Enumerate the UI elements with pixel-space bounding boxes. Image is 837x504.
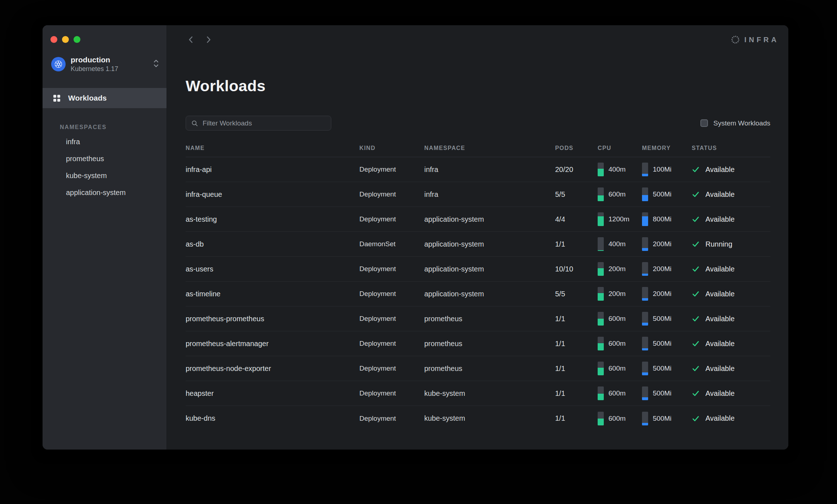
- cell-cpu: 600m: [598, 386, 642, 400]
- minimize-button[interactable]: [62, 36, 69, 43]
- cell-name: as-testing: [186, 215, 359, 224]
- cell-namespace: kube-system: [424, 414, 555, 423]
- cell-namespace: kube-system: [424, 389, 555, 398]
- cpu-gauge-icon: [598, 386, 604, 400]
- cluster-name: production: [71, 55, 150, 64]
- desktop-background: production Kubernetes 1.17 Workloads NAM…: [0, 0, 837, 504]
- cell-status: Available: [692, 340, 770, 348]
- cpu-gauge-icon: [598, 412, 604, 425]
- cell-namespace: application-system: [424, 240, 555, 248]
- cell-pods: 20/20: [555, 165, 598, 174]
- zoom-button[interactable]: [74, 36, 80, 43]
- sidebar: production Kubernetes 1.17 Workloads NAM…: [43, 25, 167, 450]
- cpu-gauge-icon: [598, 287, 604, 301]
- brand-text: INFRA: [744, 36, 779, 44]
- column-header-kind: KIND: [359, 145, 424, 151]
- table-row[interactable]: prometheus-node-exporter Deployment prom…: [186, 356, 770, 381]
- main-content: INFRA Workloads System Workloads: [167, 25, 788, 450]
- cell-cpu: 600m: [598, 187, 642, 201]
- table-row[interactable]: kube-dns Deployment kube-system 1/1 600m…: [186, 406, 770, 431]
- cell-namespace: prometheus: [424, 315, 555, 323]
- table-row[interactable]: as-users Deployment application-system 1…: [186, 257, 770, 282]
- sidebar-item-namespace-infra[interactable]: infra: [43, 133, 167, 150]
- cell-status: Available: [692, 215, 770, 224]
- cell-name: prometheus-alertmanager: [186, 340, 359, 348]
- table-row[interactable]: prometheus-prometheus Deployment prometh…: [186, 306, 770, 331]
- memory-gauge-icon: [642, 187, 648, 201]
- cell-kind: Deployment: [359, 265, 424, 273]
- cluster-version: Kubernetes 1.17: [71, 65, 150, 73]
- system-workloads-checkbox[interactable]: [700, 119, 708, 127]
- sidebar-item-namespace-kube-system[interactable]: kube-system: [43, 167, 167, 184]
- check-icon: [692, 364, 700, 372]
- memory-gauge-icon: [642, 287, 648, 301]
- cell-memory: 500Mi: [642, 312, 692, 326]
- cell-status: Available: [692, 364, 770, 373]
- cell-kind: Deployment: [359, 165, 424, 173]
- cell-name: as-users: [186, 265, 359, 273]
- cell-pods: 1/1: [555, 364, 598, 373]
- cpu-gauge-icon: [598, 312, 604, 326]
- cpu-gauge-icon: [598, 262, 604, 276]
- cell-kind: Deployment: [359, 190, 424, 198]
- column-header-cpu: CPU: [598, 145, 642, 151]
- cell-memory: 200Mi: [642, 287, 692, 301]
- table-row[interactable]: heapster Deployment kube-system 1/1 600m…: [186, 381, 770, 406]
- cell-cpu: 600m: [598, 337, 642, 350]
- cell-status: Available: [692, 315, 770, 323]
- table-row[interactable]: as-timeline Deployment application-syste…: [186, 282, 770, 306]
- cell-namespace: application-system: [424, 215, 555, 224]
- cell-name: prometheus-prometheus: [186, 315, 359, 323]
- cell-name: infra-api: [186, 165, 359, 174]
- close-button[interactable]: [50, 36, 57, 43]
- table-row[interactable]: infra-queue Deployment infra 5/5 600m 50…: [186, 182, 770, 207]
- cluster-meta: production Kubernetes 1.17: [71, 55, 150, 73]
- filter-workloads-input[interactable]: [203, 119, 326, 127]
- column-header-memory: MEMORY: [642, 145, 692, 151]
- cell-namespace: infra: [424, 190, 555, 199]
- memory-gauge-icon: [642, 337, 648, 350]
- cell-cpu: 600m: [598, 312, 642, 326]
- table-row[interactable]: as-testing Deployment application-system…: [186, 207, 770, 232]
- cell-memory: 500Mi: [642, 187, 692, 201]
- check-icon: [692, 340, 700, 348]
- forward-button[interactable]: [203, 34, 214, 45]
- sidebar-item-namespace-application-system[interactable]: application-system: [43, 184, 167, 201]
- cell-kind: Deployment: [359, 364, 424, 372]
- cell-cpu: 200m: [598, 287, 642, 301]
- table-row[interactable]: prometheus-alertmanager Deployment prome…: [186, 331, 770, 356]
- window-controls: [43, 25, 167, 43]
- back-button[interactable]: [186, 34, 196, 45]
- cell-name: infra-queue: [186, 190, 359, 199]
- cell-memory: 800Mi: [642, 212, 692, 226]
- table-header: NAME KIND NAMESPACE PODS CPU MEMORY STAT…: [186, 145, 770, 157]
- cluster-selector[interactable]: production Kubernetes 1.17: [51, 55, 159, 73]
- table-row[interactable]: as-db DaemonSet application-system 1/1 4…: [186, 232, 770, 257]
- cell-status: Running: [692, 240, 770, 248]
- namespaces-list: infra prometheus kube-system application…: [43, 133, 167, 201]
- cell-name: prometheus-node-exporter: [186, 364, 359, 373]
- cell-name: heapster: [186, 389, 359, 398]
- memory-gauge-icon: [642, 412, 648, 425]
- cpu-gauge-icon: [598, 163, 604, 176]
- memory-gauge-icon: [642, 262, 648, 276]
- cell-pods: 1/1: [555, 389, 598, 398]
- cell-memory: 500Mi: [642, 337, 692, 350]
- memory-gauge-icon: [642, 312, 648, 326]
- column-header-pods: PODS: [555, 145, 598, 151]
- cell-memory: 500Mi: [642, 362, 692, 375]
- cell-memory: 100Mi: [642, 163, 692, 176]
- table-row[interactable]: infra-api Deployment infra 20/20 400m 10…: [186, 157, 770, 182]
- column-header-name: NAME: [186, 145, 359, 151]
- cell-name: as-db: [186, 240, 359, 248]
- sidebar-item-namespace-prometheus[interactable]: prometheus: [43, 150, 167, 167]
- sidebar-item-workloads[interactable]: Workloads: [43, 88, 167, 108]
- cell-name: as-timeline: [186, 290, 359, 298]
- workloads-grid-icon: [53, 95, 60, 102]
- cell-namespace: application-system: [424, 290, 555, 298]
- search-icon: [191, 120, 198, 127]
- cell-cpu: 1200m: [598, 212, 642, 226]
- check-icon: [692, 265, 700, 273]
- cpu-gauge-icon: [598, 337, 604, 350]
- cell-kind: Deployment: [359, 215, 424, 223]
